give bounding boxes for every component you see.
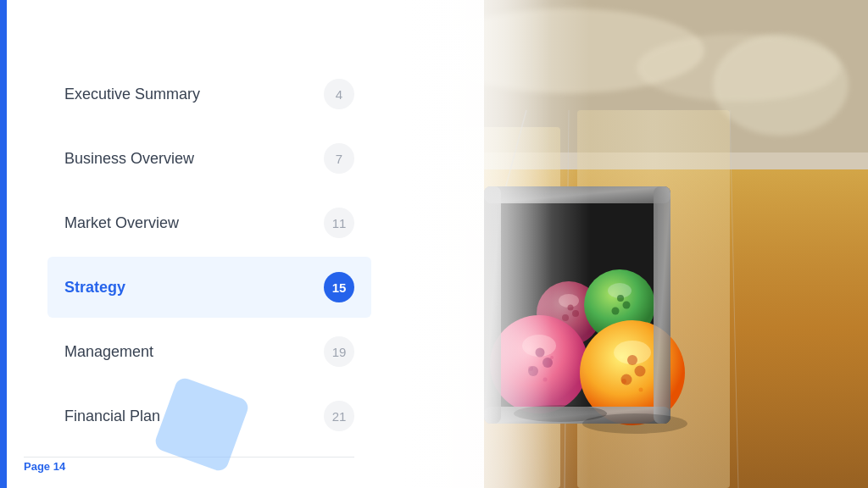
toc-page-financial-plan: 21	[324, 401, 354, 431]
toc-page-market-overview: 11	[324, 208, 354, 238]
toc-label-management: Management	[64, 343, 153, 361]
left-panel: Executive Summary 4 Business Overview 7 …	[7, 0, 405, 488]
fade-overlay	[405, 0, 868, 488]
page-footer: Page 14	[24, 460, 65, 473]
footer-label: Page	[24, 460, 50, 473]
toc-item-strategy[interactable]: Strategy 15	[47, 257, 371, 318]
toc-item-management[interactable]: Management 19	[47, 321, 371, 382]
toc-page-management: 19	[324, 336, 354, 367]
right-panel	[405, 0, 868, 488]
slide: Executive Summary 4 Business Overview 7 …	[0, 0, 868, 488]
footer-page-number: 14	[53, 460, 65, 473]
toc-label-executive-summary: Executive Summary	[64, 86, 200, 103]
toc-item-market-overview[interactable]: Market Overview 11	[47, 192, 371, 253]
toc-page-executive-summary: 4	[324, 79, 354, 109]
toc-label-market-overview: Market Overview	[64, 214, 179, 232]
toc-item-executive-summary[interactable]: Executive Summary 4	[47, 64, 371, 125]
toc-page-business-overview: 7	[324, 143, 354, 174]
toc-item-business-overview[interactable]: Business Overview 7	[47, 128, 371, 189]
toc-label-business-overview: Business Overview	[64, 150, 194, 168]
toc-page-strategy: 15	[324, 272, 354, 302]
toc-label-financial-plan: Financial Plan	[64, 408, 160, 425]
left-accent-bar	[0, 0, 7, 488]
toc-label-strategy: Strategy	[64, 279, 125, 297]
